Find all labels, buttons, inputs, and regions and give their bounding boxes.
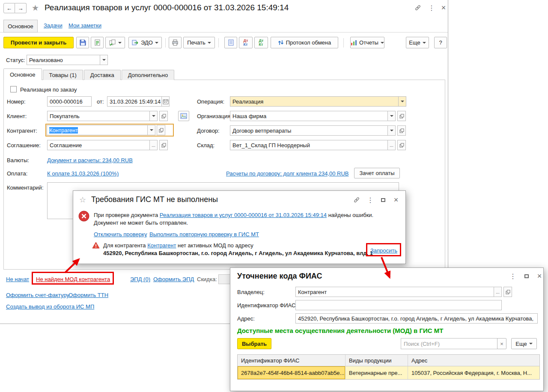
save-button[interactable] xyxy=(76,37,89,48)
fias-id-field[interactable] xyxy=(295,300,502,310)
favorites-star-icon[interactable]: ★ xyxy=(32,3,39,13)
recheck-link[interactable]: Выполнить повторную проверку в ГИС МТ xyxy=(149,231,259,238)
warning-counterparty-link[interactable]: Контрагент xyxy=(147,242,176,249)
tab-main[interactable]: Основное xyxy=(3,68,42,80)
epd-link[interactable]: ЭПД (0) xyxy=(130,276,150,282)
error-doc-link[interactable]: Реализация товаров и услуг 0000-000016 о… xyxy=(160,212,327,218)
status-select[interactable]: Реализовано xyxy=(27,55,108,65)
tab-additional[interactable]: Дополнительно xyxy=(122,70,175,80)
exchange-protocol-label: Протокол обмена xyxy=(286,39,331,46)
contract-field[interactable]: Договор ветпрепараты xyxy=(230,125,396,136)
organization-field[interactable]: Наша фирма xyxy=(230,111,396,121)
get-link-icon[interactable] xyxy=(413,3,423,13)
client-card-button[interactable] xyxy=(178,111,189,121)
reports-button[interactable]: Отчеты xyxy=(350,37,384,48)
organization-open-button[interactable] xyxy=(397,111,406,121)
by-order-checkbox[interactable] xyxy=(10,86,17,92)
search-field[interactable] xyxy=(401,338,497,349)
operation-dropdown-icon[interactable] xyxy=(398,97,406,106)
nav-tab-main-label: Основное xyxy=(8,23,33,30)
epd-create-link[interactable]: Оформить ЭПД xyxy=(153,276,194,282)
ttn-link[interactable]: Оформить ТТН xyxy=(68,292,108,298)
payment-due-link[interactable]: К оплате 31.03.2026 (100%) xyxy=(47,170,119,177)
select-button[interactable]: Выбрать xyxy=(237,338,271,349)
operation-field[interactable]: Реализация xyxy=(230,96,406,107)
contract-dropdown-icon[interactable] xyxy=(387,126,395,135)
contract-open-button[interactable] xyxy=(397,125,406,136)
number-field[interactable]: 0000-000016 xyxy=(47,96,92,107)
print-button[interactable] xyxy=(169,37,182,48)
gis-maximize-icon[interactable] xyxy=(378,195,388,205)
document-register-button[interactable] xyxy=(224,37,237,48)
dt-kt-button[interactable]: Дт Кт xyxy=(254,37,268,48)
post-button[interactable] xyxy=(91,37,104,48)
edo-button[interactable]: ЭДО xyxy=(128,37,162,48)
fias-maximize-icon[interactable] xyxy=(521,271,532,281)
status-dropdown-icon[interactable] xyxy=(100,55,107,65)
request-link[interactable]: Запросить xyxy=(370,247,397,254)
nav-tab-tasks[interactable]: Задачи xyxy=(44,22,63,29)
gis-link-icon[interactable] xyxy=(351,195,362,205)
warehouse-ellipsis-button[interactable]: ... xyxy=(387,140,395,150)
dialog-star-icon[interactable]: ☆ xyxy=(79,195,86,205)
fias-kebab-icon[interactable]: ⋮ xyxy=(508,271,518,281)
calendar-icon[interactable] xyxy=(161,97,169,106)
fias-close-icon[interactable]: × xyxy=(534,271,545,281)
payment-settlements-link[interactable]: Расчеты по договору: долг клиента 234,00… xyxy=(226,170,349,177)
invoice-link[interactable]: Оформить счет-фактуру xyxy=(6,292,69,298)
nav-tab-notes[interactable]: Мои заметки xyxy=(68,22,101,29)
warehouse-open-button[interactable] xyxy=(397,140,406,150)
tab-delivery[interactable]: Доставка xyxy=(84,70,121,80)
cell-fias-id[interactable]: 2678a2e7-454f-46b4-8514-aabb07ab5e... xyxy=(238,366,345,379)
back-button[interactable]: ← xyxy=(3,3,15,13)
address-field[interactable]: 452920, Республика Башкортостан, г.о. го… xyxy=(295,313,538,324)
client-open-button[interactable] xyxy=(159,111,168,121)
create-based-on-button[interactable] xyxy=(105,37,125,48)
number-value: 0000-000016 xyxy=(48,97,91,106)
agreement-ellipsis-button[interactable]: ... xyxy=(149,140,157,150)
forward-button[interactable]: → xyxy=(15,3,27,13)
mod-not-found-link[interactable]: Не найден МОД контрагента xyxy=(36,276,110,282)
owner-open-button[interactable] xyxy=(503,287,512,297)
payment-offset-button[interactable]: Зачет оплаты xyxy=(354,168,400,178)
search-clear-button[interactable]: × xyxy=(497,338,506,349)
more-button[interactable]: Еще xyxy=(406,37,429,48)
search-input[interactable] xyxy=(401,339,497,349)
window-close-icon[interactable]: × xyxy=(438,3,449,13)
table-row[interactable]: 2678a2e7-454f-46b4-8514-aabb07ab5e... Ве… xyxy=(238,366,539,379)
window-kebab-icon[interactable]: ⋮ xyxy=(426,3,437,13)
tab-goods[interactable]: Товары (1) xyxy=(43,70,83,80)
fias-more-button[interactable]: Еще xyxy=(511,338,537,349)
disable-check-link[interactable]: Отключить проверку xyxy=(94,231,147,238)
col-header-fias-id[interactable]: Идентификатор ФИАС xyxy=(238,355,345,366)
currencies-link[interactable]: Документ и расчеты: 234,00 RUB xyxy=(47,157,133,163)
organization-dropdown-icon[interactable] xyxy=(387,111,395,121)
col-header-address[interactable]: Адрес xyxy=(408,355,539,366)
agreement-open-button[interactable] xyxy=(159,140,168,150)
agreement-field[interactable]: Соглашение ... xyxy=(47,140,158,150)
gis-kebab-icon[interactable]: ⋮ xyxy=(365,195,375,205)
date-field[interactable]: 31.03.2026 15:49:14 xyxy=(107,96,170,107)
chain-icon xyxy=(414,4,421,11)
withdrawal-link[interactable]: Создать вывод из оборота ИС МП xyxy=(6,303,94,310)
warehouse-field[interactable]: Вет_1_Склад ГП Неордерный ... xyxy=(230,140,396,150)
client-field[interactable]: Покупатель xyxy=(47,111,158,121)
gis-close-icon[interactable]: × xyxy=(391,195,401,205)
counterparty-field[interactable]: Контрагент xyxy=(47,125,155,135)
print-menu-button[interactable]: Печать xyxy=(183,37,215,48)
toolbar-separator xyxy=(343,38,344,48)
owner-ellipsis-button[interactable]: ... xyxy=(494,287,501,297)
owner-field[interactable]: Контрагент ... xyxy=(295,287,502,297)
cell-address[interactable]: 105037, Российская Федерация, г. Москва,… xyxy=(408,366,539,379)
nav-tab-main[interactable]: Основное xyxy=(3,20,38,33)
counterparty-dropdown-icon[interactable] xyxy=(147,125,155,135)
client-dropdown-icon[interactable] xyxy=(149,111,157,121)
not-started-link[interactable]: Не начат xyxy=(6,276,29,282)
col-header-product-types[interactable]: Виды продукции xyxy=(345,355,408,366)
counterparty-open-button[interactable] xyxy=(157,125,165,135)
cell-product-types[interactable]: Ветеринарные пре... xyxy=(345,366,408,379)
exchange-protocol-button[interactable]: Протокол обмена xyxy=(271,37,338,48)
post-and-close-button[interactable]: Провести и закрыть xyxy=(3,37,74,48)
help-button[interactable]: ? xyxy=(434,37,447,48)
dr-cr-button[interactable]: Дт Кт xyxy=(239,37,253,48)
